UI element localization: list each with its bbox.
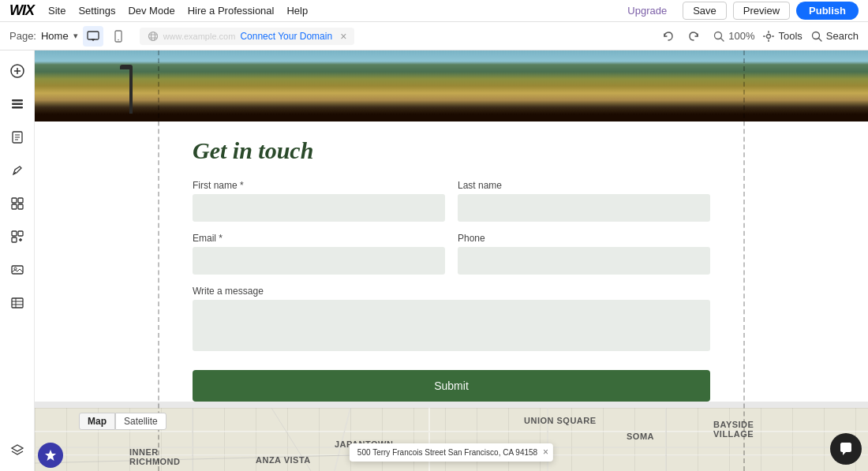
svg-rect-40 [12, 298, 23, 308]
hero-image [35, 50, 868, 121]
chat-widget[interactable] [830, 433, 862, 465]
redo-button[interactable] [683, 25, 705, 47]
left-sidebar [0, 50, 35, 471]
email-group: Email * [193, 233, 445, 275]
preview-button[interactable]: Preview [733, 2, 790, 20]
svg-point-11 [767, 34, 771, 38]
message-input[interactable] [193, 300, 710, 351]
email-row: Email * Phone [193, 233, 710, 275]
last-name-group: Last name [458, 180, 710, 222]
pages-icon[interactable] [3, 123, 32, 151]
map-label-union-square: UNION SQUARE [524, 416, 597, 425]
search-label: Search [826, 30, 859, 42]
svg-point-39 [14, 267, 17, 270]
map-tabs: Map Satellite [79, 413, 166, 430]
svg-line-17 [818, 38, 821, 41]
table-icon[interactable] [3, 289, 32, 317]
map-popup-close-icon[interactable]: × [543, 447, 548, 458]
domain-placeholder: www.example.com [163, 32, 236, 41]
page-dropdown[interactable]: ▾ [73, 31, 78, 41]
phone-input[interactable] [458, 247, 710, 275]
last-name-label: Last name [458, 180, 710, 191]
blog-icon[interactable] [3, 156, 32, 185]
top-menu-bar: WIX Site Settings Dev Mode Hire a Profes… [0, 0, 868, 22]
map-popup-address: 500 Terry Francois Street San Francisco,… [357, 448, 537, 457]
svg-rect-0 [88, 32, 99, 39]
svg-rect-33 [12, 231, 17, 236]
svg-rect-21 [12, 99, 23, 102]
map-background: UNION SQUARE JAPANTOWN SOMA BAYSIDE VILL… [35, 408, 868, 471]
svg-line-10 [721, 38, 724, 41]
svg-rect-22 [12, 103, 23, 106]
message-row: Write a message [193, 286, 710, 351]
svg-marker-44 [12, 445, 23, 451]
toolbar: Page: Home ▾ www.example.com Connect You… [0, 22, 868, 50]
connect-domain-link[interactable]: Connect Your Domain [240, 31, 332, 42]
svg-rect-23 [12, 107, 23, 109]
page-name: Home [41, 30, 69, 42]
first-name-label: First name * [193, 180, 445, 191]
map-label-anza-vista: ANZA VISTA [256, 455, 311, 465]
menu-hire-professional[interactable]: Hire a Professional [188, 5, 275, 17]
zoom-value: 100% [728, 30, 754, 42]
add-icon[interactable] [3, 57, 32, 85]
content-area: Get in touch First name * Last name Emai… [35, 121, 868, 402]
save-button[interactable]: Save [683, 2, 727, 20]
first-name-group: First name * [193, 180, 445, 222]
svg-point-6 [151, 32, 155, 40]
svg-rect-32 [18, 204, 23, 209]
media-icon[interactable] [3, 256, 32, 284]
undo-button[interactable] [657, 25, 679, 47]
svg-rect-31 [12, 204, 17, 209]
publish-button[interactable]: Publish [796, 2, 859, 20]
last-name-input[interactable] [458, 194, 710, 222]
message-group: Write a message [193, 286, 710, 351]
map-label-inner-richmond: INNER RICHMOND [129, 447, 181, 466]
svg-point-5 [148, 32, 157, 40]
upgrade-button[interactable]: Upgrade [618, 2, 676, 19]
map-tab-map[interactable]: Map [79, 413, 115, 430]
svg-rect-38 [12, 266, 23, 274]
layers-icon[interactable] [3, 436, 32, 465]
domain-close-icon[interactable]: × [340, 30, 346, 43]
lamp-post [129, 66, 133, 114]
ai-assistant-icon[interactable] [38, 443, 63, 468]
map-label-bayside: BAYSIDE VILLAGE [713, 420, 754, 439]
message-label: Write a message [193, 286, 710, 297]
zoom-indicator[interactable]: 100% [713, 30, 754, 43]
form-title: Get in touch [193, 137, 710, 164]
first-name-input[interactable] [193, 194, 445, 222]
svg-marker-55 [45, 450, 56, 461]
svg-point-4 [118, 39, 119, 40]
submit-button[interactable]: Submit [193, 370, 710, 402]
undo-redo-group [657, 25, 705, 47]
hero-landscape [35, 50, 868, 121]
page-label: Page: [9, 30, 36, 42]
desktop-view-icon[interactable] [83, 26, 103, 47]
wix-logo: WIX [9, 2, 34, 19]
tools-button[interactable]: Tools [762, 30, 802, 43]
menu-dev-mode[interactable]: Dev Mode [128, 5, 174, 17]
name-row: First name * Last name [193, 180, 710, 222]
menu-icon[interactable] [3, 90, 32, 118]
svg-rect-29 [12, 198, 17, 203]
menu-site[interactable]: Site [48, 5, 65, 17]
search-button[interactable]: Search [810, 30, 859, 43]
svg-rect-34 [18, 231, 23, 236]
map-popup: 500 Terry Francois Street San Francisco,… [350, 443, 553, 462]
menu-help[interactable]: Help [286, 5, 308, 17]
mobile-view-icon[interactable] [108, 26, 129, 47]
map-area: UNION SQUARE JAPANTOWN SOMA BAYSIDE VILL… [35, 408, 868, 471]
map-label-soma: SOMA [627, 432, 654, 441]
map-tab-satellite[interactable]: Satellite [115, 413, 166, 430]
svg-rect-30 [18, 198, 23, 203]
svg-rect-35 [12, 237, 17, 242]
phone-label: Phone [458, 233, 710, 244]
menu-settings[interactable]: Settings [78, 5, 115, 17]
add-elements-icon[interactable] [3, 222, 32, 251]
apps-icon[interactable] [3, 189, 32, 218]
email-label: Email * [193, 233, 445, 244]
email-input[interactable] [193, 247, 445, 275]
canvas: Get in touch First name * Last name Emai… [35, 50, 868, 471]
domain-bar: www.example.com Connect Your Domain × [140, 28, 355, 45]
